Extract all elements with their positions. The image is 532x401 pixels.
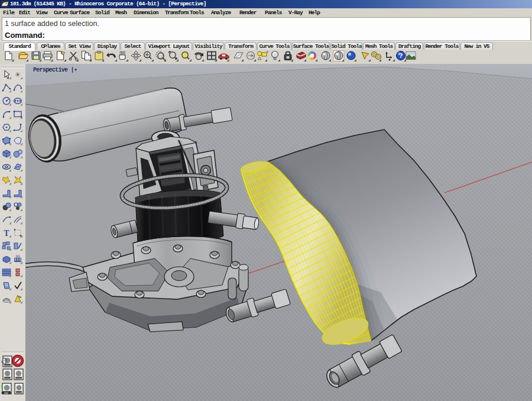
svg-text:?: ? <box>399 52 403 59</box>
svg-text:111: 111 <box>15 254 20 258</box>
svg-text:T: T <box>4 229 9 238</box>
